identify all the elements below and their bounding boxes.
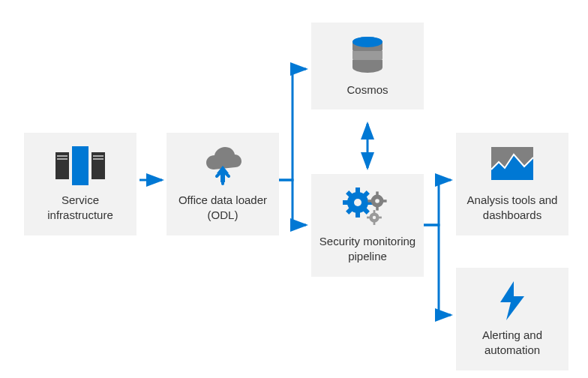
svg-rect-3 bbox=[57, 155, 68, 157]
svg-rect-24 bbox=[383, 200, 387, 202]
svg-point-32 bbox=[373, 216, 376, 219]
gears-icon bbox=[319, 184, 416, 230]
svg-rect-23 bbox=[376, 207, 379, 211]
svg-marker-35 bbox=[500, 281, 524, 320]
node-label: Security monitoring pipeline bbox=[319, 234, 416, 265]
svg-rect-8 bbox=[220, 172, 225, 182]
database-icon bbox=[319, 33, 416, 78]
node-label: Cosmos bbox=[319, 82, 416, 98]
svg-rect-25 bbox=[368, 200, 371, 202]
node-label: Service infrastructure bbox=[32, 193, 129, 224]
node-label: Alerting and automation bbox=[464, 328, 561, 358]
lightning-icon bbox=[464, 278, 561, 323]
svg-rect-30 bbox=[379, 217, 382, 219]
servers-icon bbox=[32, 143, 129, 188]
cloud-upload-icon bbox=[174, 143, 272, 188]
edge-security-to-analysis bbox=[424, 180, 451, 225]
svg-rect-31 bbox=[367, 217, 370, 219]
svg-rect-13 bbox=[356, 212, 360, 218]
svg-rect-29 bbox=[374, 222, 376, 225]
svg-rect-2 bbox=[72, 146, 88, 185]
node-cosmos: Cosmos bbox=[311, 22, 424, 110]
svg-rect-15 bbox=[343, 200, 349, 205]
diagram-canvas: Service infrastructure Office data loade… bbox=[0, 0, 588, 378]
svg-rect-5 bbox=[57, 158, 68, 160]
edge-odl-to-cosmos bbox=[279, 69, 306, 180]
node-office-data-loader: Office data loader (ODL) bbox=[166, 133, 279, 236]
node-alerting-automation: Alerting and automation bbox=[456, 268, 568, 370]
node-analysis-tools: Analysis tools and dashboards bbox=[456, 133, 568, 236]
svg-rect-28 bbox=[374, 210, 376, 213]
node-label: Analysis tools and dashboards bbox=[464, 193, 561, 224]
analytics-chart-icon bbox=[464, 143, 561, 188]
edge-odl-to-security bbox=[279, 180, 306, 225]
node-label: Office data loader (ODL) bbox=[174, 193, 272, 224]
node-security-monitoring-pipeline: Security monitoring pipeline bbox=[311, 174, 424, 277]
edge-security-to-alerting bbox=[424, 225, 451, 315]
svg-point-26 bbox=[375, 199, 380, 203]
svg-point-10 bbox=[352, 37, 382, 47]
svg-rect-22 bbox=[376, 191, 379, 195]
node-service-infrastructure: Service infrastructure bbox=[24, 133, 136, 236]
svg-rect-12 bbox=[356, 188, 360, 194]
svg-rect-6 bbox=[93, 158, 104, 160]
svg-point-20 bbox=[354, 199, 362, 206]
svg-rect-4 bbox=[93, 155, 104, 157]
